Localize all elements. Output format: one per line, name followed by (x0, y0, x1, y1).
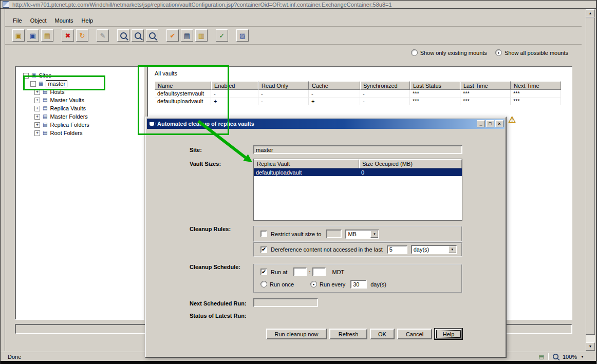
cell-next-time: *** (511, 90, 561, 98)
column-header-size-occupied[interactable]: Size Occupied (MB) (359, 159, 462, 168)
run-cleanup-now-button[interactable]: Run cleanup now (266, 329, 327, 339)
refresh-button[interactable]: Refresh (329, 329, 367, 339)
tree-node-replica-folders[interactable]: + ▤ Replica Folders (16, 121, 143, 129)
radio-dot: ● (313, 283, 315, 286)
run-at-hour-field[interactable] (293, 267, 307, 276)
zoom-level[interactable]: 100% (563, 354, 577, 360)
next-run-field[interactable] (253, 298, 318, 307)
cleanup-rules-label: Cleanup Rules: (190, 226, 231, 232)
run-at-checkbox[interactable]: ✔ (260, 269, 267, 275)
site-field[interactable] (253, 145, 462, 154)
table-row[interactable]: defaultsystemvault - - - - *** *** *** (155, 90, 561, 98)
column-header-name[interactable]: Name (155, 81, 211, 90)
dereference-days-field[interactable] (387, 245, 407, 254)
column-header-synchronized[interactable]: Synchronized (360, 81, 410, 90)
schedule-box: ✔ Run at : MDT Run once ● Run every day(… (253, 264, 462, 293)
cell-read-only: - (258, 98, 309, 105)
collapse-toggle-icon[interactable]: - (30, 81, 36, 87)
expand-toggle-icon[interactable]: + (34, 114, 40, 120)
radio-show-existing-mounts[interactable]: Show only existing mounts (411, 49, 487, 56)
cancel-button[interactable]: Cancel (397, 329, 432, 339)
restrict-size-field[interactable] (326, 229, 342, 238)
zoom-dropdown-icon[interactable]: ▼ (581, 355, 584, 358)
expand-toggle-icon[interactable]: + (34, 122, 40, 128)
vault-sizes-row-selected[interactable]: defaultuploadvault 0 (254, 168, 462, 176)
mount-filter: Show only existing mounts ● Show all pos… (411, 49, 568, 56)
column-header-enabled[interactable]: Enabled (211, 81, 258, 90)
run-at-minute-field[interactable] (312, 267, 326, 276)
tree-node-hosts[interactable]: + ▤ Hosts (16, 88, 143, 96)
report-button[interactable]: ▨ (236, 29, 249, 42)
collapse-toggle-icon[interactable]: - (23, 73, 29, 79)
tree-node-label: Root Folders (50, 130, 82, 136)
radio-show-all-icon: ● (495, 49, 502, 56)
mount-check-button[interactable]: ✓ (216, 29, 228, 42)
move-folder-button[interactable]: ▥ (195, 29, 208, 42)
menu-file[interactable]: File (9, 16, 26, 25)
tree-node-replica-vaults[interactable]: + ▤ Replica Vaults (16, 104, 143, 112)
restrict-checkbox[interactable] (260, 231, 267, 237)
dereference-rule-box: ✔ Dereference content not accessed in th… (253, 242, 462, 257)
radio-show-all-mounts[interactable]: ● Show all possible mounts (495, 49, 568, 56)
view-details-button[interactable] (117, 29, 129, 42)
vertical-scrollbar[interactable]: ▲ ▼ (586, 9, 595, 351)
validate-button[interactable]: ✔ (166, 29, 179, 42)
help-button[interactable]: Help (435, 329, 462, 339)
expand-toggle-icon[interactable]: + (34, 98, 40, 103)
scroll-up-icon[interactable]: ▲ (586, 9, 595, 17)
column-header-last-time[interactable]: Last Time (460, 81, 511, 90)
report-icon: ▨ (239, 32, 246, 39)
cell-next-time: *** (511, 98, 561, 105)
menu-object[interactable]: Object (26, 16, 51, 25)
chevron-down-icon[interactable]: ▼ (449, 246, 456, 253)
run-once-radio[interactable] (260, 281, 267, 288)
column-header-replica-vault[interactable]: Replica Vault (254, 159, 359, 168)
dereference-unit-combo[interactable]: day(s) ▼ (411, 245, 457, 254)
column-header-read-only[interactable]: Read Only (258, 81, 309, 90)
tree-node-master-folders[interactable]: + ▤ Master Folders (16, 112, 143, 121)
scroll-thumb[interactable] (586, 17, 595, 335)
edit-button[interactable]: ✎ (97, 29, 109, 42)
zoom-button[interactable] (146, 29, 158, 42)
close-button[interactable]: × (495, 120, 503, 127)
add-to-folder-button[interactable]: ▤ (181, 29, 193, 42)
dereference-checkbox[interactable]: ✔ (260, 246, 267, 253)
run-every-radio[interactable]: ● (310, 281, 317, 288)
find-button[interactable] (132, 29, 144, 42)
expand-toggle-icon[interactable]: + (34, 106, 40, 111)
new-site-button[interactable]: ▣ (12, 29, 25, 42)
dereference-label: Dereference content not accessed in the … (271, 246, 383, 253)
column-header-cache[interactable]: Cache (309, 81, 360, 90)
cell-last-time: *** (460, 98, 511, 105)
status-text: Done (8, 354, 21, 360)
delete-button[interactable]: ✖ (62, 29, 74, 42)
tree-node-sites[interactable]: - ▣ Sites (16, 71, 143, 80)
tree-node-master-vaults[interactable]: + ▤ Master Vaults (16, 96, 143, 104)
tree-node-label: Master Vaults (50, 97, 84, 103)
ok-button[interactable]: OK (370, 329, 395, 339)
new-vault-button[interactable]: ▣ (27, 29, 39, 42)
expand-toggle-icon[interactable]: + (34, 130, 40, 136)
refresh-button[interactable]: ↻ (76, 29, 88, 42)
minimize-button[interactable]: _ (477, 120, 485, 127)
run-every-days-field[interactable] (350, 280, 367, 289)
column-header-last-status[interactable]: Last Status (410, 81, 460, 90)
dialog-buttons: Run cleanup now Refresh OK Cancel Help (253, 329, 462, 339)
radio-show-existing-label: Show only existing mounts (420, 50, 487, 56)
maximize-button[interactable]: □ (486, 120, 494, 127)
warning-icon: ⚠ (508, 114, 516, 125)
tree-node-master[interactable]: - ▦ master (16, 80, 143, 88)
chevron-down-icon[interactable]: ▼ (370, 231, 378, 238)
dialog-title-bar[interactable]: Automated cleanup of replica vaults _ □ … (147, 119, 505, 129)
replica-folders-icon: ▤ (43, 122, 47, 127)
expand-toggle-icon[interactable]: + (34, 89, 40, 95)
new-folder-button[interactable]: ▤ (41, 29, 53, 42)
tree-node-root-folders[interactable]: + ▤ Root Folders (16, 129, 143, 137)
table-row[interactable]: defaultuploadvault + - + - *** *** *** (155, 98, 561, 105)
restrict-unit-combo[interactable]: MB ▼ (345, 229, 379, 239)
menu-mounts[interactable]: Mounts (51, 16, 78, 25)
menu-help[interactable]: Help (78, 16, 98, 25)
column-header-next-time[interactable]: Next Time (511, 81, 561, 90)
scroll-down-icon[interactable]: ▼ (586, 342, 595, 351)
site-tree-panel: - ▣ Sites - ▦ master + ▤ Hosts + ▤ Maste… (15, 66, 144, 320)
